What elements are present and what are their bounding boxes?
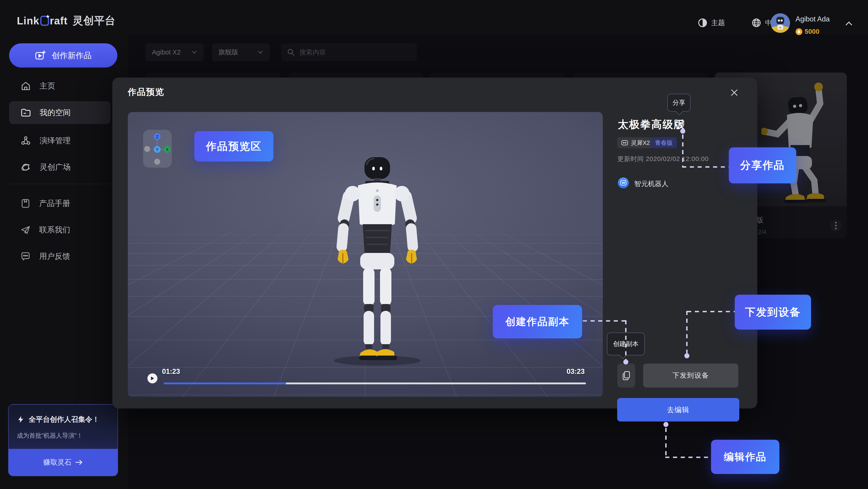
theme-label: 主题 bbox=[711, 18, 725, 28]
deploy-button-label: 下发到设备 bbox=[673, 371, 709, 380]
current-time: 01:23 bbox=[162, 368, 180, 376]
modal-title: 作品预览 bbox=[128, 86, 164, 98]
coin-balance: 5000 bbox=[796, 28, 819, 35]
callout-edit-work: 编辑作品 bbox=[711, 440, 779, 474]
progress-fill bbox=[164, 382, 286, 384]
go-edit-button[interactable]: 去编辑 bbox=[617, 398, 739, 422]
copy-icon bbox=[622, 371, 630, 380]
model-tag: 灵犀X2 bbox=[617, 137, 654, 148]
author-avatar bbox=[618, 177, 629, 189]
play-icon bbox=[150, 376, 154, 381]
sidebar-item-label: 主页 bbox=[40, 81, 55, 91]
coin-amount: 5000 bbox=[805, 28, 819, 35]
share-tooltip-label: 分享 bbox=[673, 98, 685, 107]
updated-time: 2020/02/02 12:00:00 bbox=[646, 155, 709, 163]
share-connector-line bbox=[682, 135, 683, 167]
theme-icon bbox=[698, 18, 708, 28]
work-preview-modal: 作品预览 bbox=[112, 78, 757, 408]
folder-icon bbox=[21, 108, 31, 118]
edit-connector-dot bbox=[663, 422, 669, 427]
callout-share-work: 分享作品 bbox=[729, 147, 796, 183]
orientation-gizmo[interactable]: Z Y X bbox=[143, 130, 172, 168]
creator-promo-card: 全平台创作人召集令！ 成为首批"机器人导演"！ 赚取灵石 bbox=[8, 404, 118, 476]
video-plus-icon bbox=[35, 50, 46, 61]
theme-toggle[interactable]: 主题 bbox=[698, 18, 725, 28]
tooltip-pointer bbox=[676, 108, 683, 115]
share-tooltip: 分享 bbox=[667, 94, 690, 112]
sidebar-item-my-space[interactable]: 我的空间 bbox=[9, 101, 111, 124]
app-logo: Link✦raft 灵创平台 bbox=[17, 14, 116, 28]
paper-plane-icon bbox=[21, 225, 31, 235]
sidebar-item-performance-management[interactable]: 演绎管理 bbox=[9, 129, 111, 152]
share-icon[interactable] bbox=[675, 119, 685, 130]
logo-robot-c-icon: ✦ bbox=[40, 16, 49, 26]
logo-text-prefix: Link bbox=[17, 15, 39, 27]
sidebar-item-plaza[interactable]: 灵创广场 bbox=[9, 156, 111, 179]
earn-gems-button[interactable]: 赚取灵石 bbox=[9, 449, 118, 476]
copy-connector-line bbox=[625, 320, 626, 360]
globe-icon bbox=[751, 18, 762, 28]
callout-create-copy: 创建作品副本 bbox=[493, 305, 582, 339]
sidebar-link-manual[interactable]: 产品手册 bbox=[9, 192, 111, 215]
network-nodes-icon bbox=[21, 136, 31, 146]
share-connector-line bbox=[682, 166, 729, 168]
play-button[interactable] bbox=[147, 373, 157, 383]
star-icon: ✦ bbox=[45, 13, 51, 20]
callout-deploy-device: 下发到设备 bbox=[735, 295, 811, 329]
create-new-work-button[interactable]: 创作新作品 bbox=[9, 43, 117, 67]
promo-title-text: 全平台创作人召集令！ bbox=[29, 415, 99, 424]
promo-subtitle: 成为首批"机器人导演"！ bbox=[17, 432, 83, 440]
top-bar: Link✦raft 灵创平台 主题 中文 Agibot Ada 5000 bbox=[0, 0, 868, 43]
updated-label: 更新时间 bbox=[617, 155, 644, 163]
sidebar-link-label: 用户反馈 bbox=[39, 251, 70, 262]
user-avatar[interactable] bbox=[771, 13, 790, 33]
gizmo-x-label: X bbox=[166, 147, 169, 152]
sidebar-divider bbox=[9, 184, 119, 184]
author-robot-icon bbox=[620, 180, 627, 186]
sidebar-link-feedback[interactable]: 用户反馈 bbox=[9, 245, 111, 268]
edit-connector-line bbox=[665, 457, 711, 458]
callout-preview-area: 作品预览区 bbox=[194, 131, 273, 162]
sidebar-item-home[interactable]: 主页 bbox=[9, 75, 111, 97]
progress-bar[interactable] bbox=[164, 382, 586, 384]
planet-icon bbox=[21, 162, 31, 172]
create-new-work-label: 创作新作品 bbox=[52, 50, 92, 61]
close-icon[interactable] bbox=[729, 87, 740, 98]
lightning-icon bbox=[17, 415, 25, 423]
create-copy-button[interactable] bbox=[617, 364, 635, 387]
manual-book-icon bbox=[21, 198, 31, 208]
robot-face-icon bbox=[621, 140, 628, 146]
share-connector-dot bbox=[680, 128, 685, 134]
logo-cn-text: 灵创平台 bbox=[73, 14, 116, 28]
sidebar: 创作新作品 主页 我的空间 演绎管理 灵创广场 产品手册 联系我们 bbox=[0, 34, 128, 489]
sidebar-item-label: 演绎管理 bbox=[40, 136, 71, 146]
chevron-up-icon[interactable] bbox=[844, 19, 854, 28]
arrow-right-icon bbox=[75, 459, 83, 465]
edit-button-label: 去编辑 bbox=[667, 405, 690, 415]
feedback-bubble-icon bbox=[21, 251, 31, 261]
sidebar-link-contact[interactable]: 联系我们 bbox=[9, 219, 111, 241]
edition-tag: 青春版 bbox=[651, 137, 677, 148]
app-screen: Link✦raft 灵创平台 主题 中文 Agibot Ada 5000 bbox=[0, 0, 868, 489]
sidebar-item-label: 灵创广场 bbox=[40, 162, 71, 172]
edit-connector-line bbox=[665, 428, 666, 457]
copy-connector-line bbox=[583, 320, 626, 322]
earn-gems-label: 赚取灵石 bbox=[43, 458, 71, 467]
logo-text-suffix: raft bbox=[50, 15, 68, 27]
sidebar-link-label: 产品手册 bbox=[39, 198, 70, 209]
coin-icon bbox=[796, 28, 802, 35]
deploy-connector-dot bbox=[684, 353, 689, 358]
sidebar-item-label: 我的空间 bbox=[40, 108, 71, 118]
deploy-to-device-button[interactable]: 下发到设备 bbox=[643, 364, 738, 387]
humanoid-robot-model bbox=[318, 155, 436, 368]
edition-tag-label: 青春版 bbox=[655, 139, 673, 147]
updated-time-row: 更新时间 2020/02/02 12:00:00 bbox=[617, 155, 709, 163]
gizmo-z-label: Z bbox=[156, 134, 159, 139]
home-icon bbox=[21, 81, 31, 91]
avatar-robot-image bbox=[771, 13, 790, 33]
author-name: 智元机器人 bbox=[634, 179, 669, 189]
deploy-connector-line bbox=[687, 311, 735, 312]
deploy-connector-line bbox=[686, 311, 688, 354]
user-name: Agibot Ada bbox=[796, 15, 830, 23]
total-time: 03:23 bbox=[566, 368, 585, 376]
